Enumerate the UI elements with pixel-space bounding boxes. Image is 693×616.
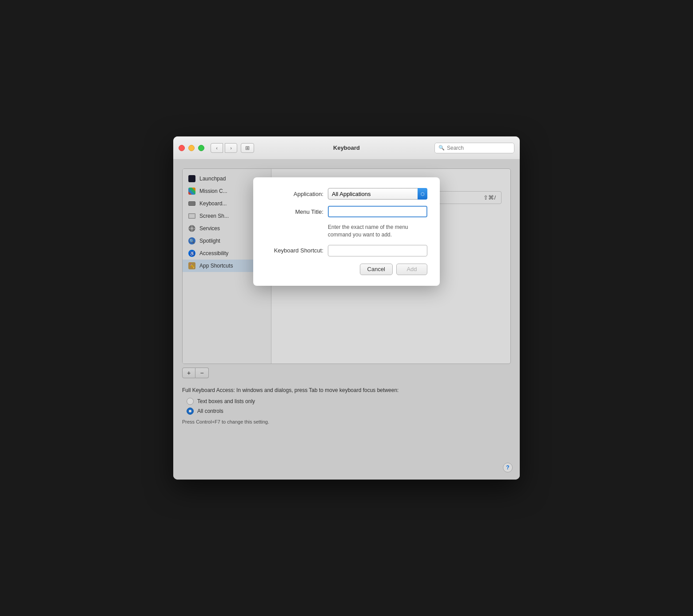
traffic-lights <box>179 145 204 151</box>
application-select[interactable]: All ApplicationsSafariFinderMailCalendar <box>328 188 427 200</box>
window-title: Keyboard <box>333 144 360 151</box>
keyboard-shortcut-input[interactable] <box>328 245 427 256</box>
application-label: Application: <box>266 191 323 197</box>
keyboard-preferences-window: ‹ › ⊞ Keyboard 🔍 Launchpad <box>173 136 520 480</box>
nav-buttons: ‹ › <box>211 143 237 153</box>
modal-buttons: Cancel Add <box>266 264 427 275</box>
minimize-button[interactable] <box>188 145 195 151</box>
application-select-wrapper: All ApplicationsSafariFinderMailCalendar… <box>328 188 427 200</box>
add-shortcut-modal: Application: All ApplicationsSafariFinde… <box>253 177 440 286</box>
add-button[interactable]: Add <box>396 264 427 275</box>
modal-overlay: Application: All ApplicationsSafariFinde… <box>173 160 520 480</box>
menu-title-row: Menu Title: <box>266 206 427 217</box>
keyboard-shortcut-label: Keyboard Shortcut: <box>266 247 323 254</box>
close-button[interactable] <box>179 145 185 151</box>
application-row: Application: All ApplicationsSafariFinde… <box>266 188 427 200</box>
keyboard-shortcut-row: Keyboard Shortcut: <box>266 245 427 256</box>
menu-title-input[interactable] <box>328 206 427 217</box>
main-content: Launchpad Mission C... Keyboard... <box>173 160 520 480</box>
search-box[interactable]: 🔍 <box>434 143 514 153</box>
menu-title-label: Menu Title: <box>266 208 323 215</box>
search-input[interactable] <box>447 145 510 151</box>
menu-title-hint: Enter the exact name of the menu command… <box>328 224 427 239</box>
search-icon: 🔍 <box>438 145 445 151</box>
forward-button[interactable]: › <box>225 143 237 153</box>
back-button[interactable]: ‹ <box>211 143 223 153</box>
titlebar: ‹ › ⊞ Keyboard 🔍 <box>173 136 520 160</box>
cancel-button[interactable]: Cancel <box>360 264 393 275</box>
grid-button[interactable]: ⊞ <box>241 143 254 153</box>
maximize-button[interactable] <box>198 145 204 151</box>
